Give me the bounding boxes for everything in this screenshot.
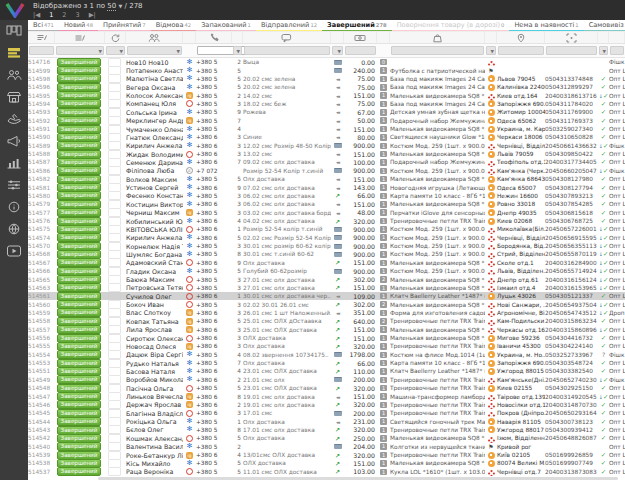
status-badge[interactable]: Завершений — [57, 250, 101, 258]
count-filter-dropdown[interactable]: ▼ — [233, 46, 242, 55]
client-phone[interactable]: +380 6 — [196, 151, 217, 157]
tracking-number[interactable]: 0504307893213 — [545, 193, 593, 199]
client-phone[interactable]: +380 6 — [196, 260, 217, 266]
client-name[interactable]: Компанец Юля — [126, 100, 176, 107]
order-row[interactable]: 514592ЗавершенийМерклингер Андрейig+380 … — [28, 117, 625, 125]
sidebar-item-kanban[interactable] — [6, 25, 22, 38]
product-name[interactable]: Светящийся гоночный трек Ma.. — [390, 419, 485, 425]
client-name[interactable]: Ковпак Татьяна — [126, 318, 179, 325]
client-phone[interactable]: +380 5 — [196, 385, 217, 391]
client-phone[interactable]: +380 5 — [196, 427, 217, 433]
product-name[interactable]: Карта памяти 10 класс - 8Гб *12.. — [390, 360, 485, 366]
status-badge[interactable]: Завершений — [57, 200, 101, 208]
product-name[interactable]: Костюм Мод. 259 (1шт. х 900.00.. — [390, 168, 485, 174]
sidebar-item-orders[interactable] — [6, 47, 22, 60]
client-phone[interactable]: +380 5 — [196, 352, 217, 358]
product-name[interactable]: Подарочный набор Жемчужина.. — [390, 159, 485, 165]
order-row[interactable]: 514556ЗавершенийСиротюк Олександр+380 63… — [28, 334, 625, 342]
tracking-number[interactable]: 0504308127980 — [545, 176, 593, 182]
column-header-qty[interactable] — [377, 32, 390, 43]
status-badge[interactable]: Завершений — [57, 234, 101, 242]
product-name[interactable]: Маленькая видеокамера SQ8 *.. — [390, 327, 485, 333]
client-name[interactable]: Сучилов Олег — [126, 293, 172, 300]
tracking-number[interactable]: 0503252733967 — [545, 352, 593, 358]
tracking-number[interactable]: 20450657226001 — [545, 226, 597, 232]
client-phone[interactable]: +380 6 — [196, 318, 217, 324]
client-phone[interactable]: +380 5 — [196, 277, 217, 283]
product-name[interactable]: Костюм Мод. 259 (1шт. х 900.00.. — [390, 268, 485, 274]
client-phone[interactable]: +380 6 — [196, 134, 217, 140]
product-name[interactable]: Костюм Мод. 259 (1шт. х 900.00.. — [390, 251, 485, 257]
client-phone[interactable]: +380 5 — [196, 435, 217, 441]
check-filter-dropdown[interactable]: ▼ — [599, 46, 608, 55]
status-badge[interactable]: Завершений — [57, 183, 101, 191]
status-badge[interactable]: Завершений — [57, 351, 101, 359]
client-phone[interactable]: +380 5 — [196, 268, 217, 274]
client-name[interactable]: Лила Ярослав — [126, 326, 172, 333]
status-badge[interactable]: Завершений — [57, 100, 101, 108]
order-row[interactable]: 514598ЗавершенийМалютіна Светлана✻+380 5… — [28, 75, 625, 83]
order-row[interactable]: 514586ЗавершенийФіліпова Люба✆+7 072Розм… — [28, 167, 625, 175]
client-name[interactable]: Линьков Вячеслав — [126, 393, 183, 400]
product-name[interactable]: Костюм Мод. 259 (1шт. х 900.00.. — [390, 226, 485, 232]
status-badge[interactable]: Завершений — [57, 392, 101, 400]
client-phone[interactable]: +380 6 — [196, 226, 217, 232]
client-phone[interactable]: +380 5 — [196, 109, 217, 115]
status-badge[interactable]: Завершений — [57, 359, 101, 367]
tracking-number[interactable]: 0504306768725 — [545, 218, 593, 224]
client-phone[interactable]: +380 5 — [196, 101, 217, 107]
column-header-city[interactable] — [497, 32, 545, 43]
column-header-status[interactable] — [55, 32, 105, 43]
client-name[interactable]: Устинов Сергей — [126, 184, 178, 191]
price-filter-box[interactable] — [345, 46, 376, 55]
status-badge[interactable]: Завершений — [57, 334, 101, 342]
client-phone[interactable]: +380 6 — [196, 218, 217, 224]
order-row[interactable]: 514567ЗавершенийАдамовский Станис..+380 … — [28, 259, 625, 267]
column-header-phone[interactable] — [196, 32, 232, 43]
status-badge[interactable]: Завершений — [57, 117, 101, 125]
column-header-check[interactable] — [598, 32, 609, 43]
product-name[interactable]: Маленькая видеокамера SQ8 *.. — [390, 126, 485, 132]
client-phone[interactable]: +380 5 — [196, 76, 217, 82]
client-phone[interactable]: +380 5 — [196, 118, 217, 124]
client-name[interactable]: Адамовский Станис.. — [126, 259, 183, 266]
status-badge[interactable]: Завершений — [57, 309, 101, 317]
order-row[interactable]: 514560ЗавершенийБокоч Иван+380 5302.02 3… — [28, 300, 625, 308]
column-header-product[interactable] — [390, 32, 485, 43]
status-badge[interactable]: Завершений — [57, 401, 101, 409]
city-filter-box[interactable] — [498, 46, 544, 55]
status-badge[interactable]: Завершений — [57, 158, 101, 166]
tracking-number[interactable]: 20400317734405 — [545, 159, 597, 165]
order-row[interactable]: 514581ЗавершенийУстинов Сергей✻+380 6907… — [28, 183, 625, 191]
client-phone[interactable]: +380 6 — [196, 377, 217, 383]
product-name[interactable]: Подарочный набор Жемчужина.. — [390, 118, 485, 124]
tracking-number[interactable]: 20450652740230 — [545, 377, 597, 383]
tracking-number[interactable]: 0503259027340 — [545, 126, 593, 132]
tracking-number[interactable]: 20450656915595 — [545, 235, 597, 241]
client-phone[interactable]: +380 6 — [196, 402, 217, 408]
sidebar-item-info[interactable] — [6, 201, 22, 214]
order-row[interactable]: 514587ЗавершенийСеменюк Дарина✻+380 6709… — [28, 158, 625, 166]
client-name[interactable]: Кісь Михайло — [126, 460, 170, 467]
client-phone[interactable]: +380 5 — [196, 176, 217, 182]
sidebar-item-globe[interactable] — [6, 223, 22, 236]
tracking-number[interactable]: 0504308127794 — [545, 185, 593, 191]
product-name[interactable]: Клатч Baellerry Leather *1487* (1.. — [390, 293, 485, 299]
client-phone[interactable]: +380 5 — [196, 469, 217, 475]
status-badge[interactable]: Завершений — [57, 75, 101, 83]
product-name[interactable]: Тренировочные петли TRX Train.. — [390, 410, 485, 416]
tracking-number[interactable]: 0504304416732 — [545, 335, 593, 341]
order-row[interactable]: 514543ЗавершенийБєлов Олег✻+380 5817.01 … — [28, 426, 625, 434]
product-name[interactable]: Тренировочные петли TRX Train.. — [390, 385, 485, 391]
client-phone[interactable]: +380 5 — [196, 68, 217, 74]
order-row[interactable]: 514594ЗавершенийКомпанец Юля+380 5318.02… — [28, 100, 625, 108]
client-name[interactable]: Новосад Олеся — [126, 343, 176, 350]
product-name[interactable]: Форма для изготовления садов.. — [390, 310, 485, 316]
client-name[interactable]: Сиротюк Олександр — [126, 335, 183, 342]
product-name[interactable]: Тренировочные петли TRX Train.. — [390, 402, 485, 408]
tracking-number[interactable]: 0504300939412 — [545, 427, 593, 433]
client-phone[interactable]: +380 5 — [196, 419, 217, 425]
tab-8[interactable]: Повернення товару (в дорозі)0 — [392, 20, 510, 32]
product-name[interactable]: Маленькая видеокамера SQ8 *.. — [390, 302, 485, 308]
client-name[interactable]: Шумляс Богдана Ан.. — [126, 251, 183, 258]
